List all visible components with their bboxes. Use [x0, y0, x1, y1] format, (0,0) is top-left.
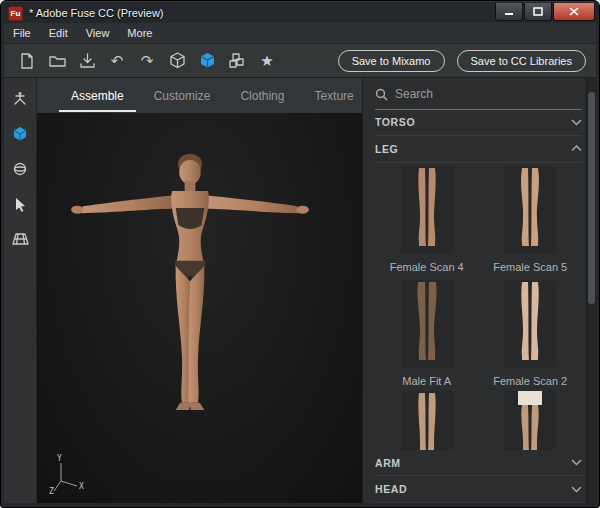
svg-text:Y: Y — [57, 454, 62, 463]
section-torso-label: TORSO — [375, 116, 415, 128]
chevron-down-icon — [571, 459, 582, 466]
chevron-down-icon — [571, 486, 582, 493]
main-column: Assemble Customize Clothing Texture — [37, 78, 362, 503]
tab-customize[interactable]: Customize — [142, 80, 223, 112]
save-icon[interactable] — [74, 49, 100, 73]
perspective-tool-icon[interactable] — [11, 230, 29, 248]
search-input[interactable] — [395, 87, 582, 101]
undo-icon[interactable]: ↶ — [104, 49, 130, 73]
content-area: Assemble Customize Clothing Texture — [4, 78, 596, 503]
leg-thumbnail — [504, 166, 556, 254]
search-bar — [375, 80, 582, 110]
select-tool-icon[interactable] — [11, 195, 29, 213]
rig-tool-icon[interactable] — [11, 90, 29, 108]
leg-item-male-fit-a[interactable]: Male Fit A — [375, 277, 479, 391]
leg-item-female-scan-4[interactable]: Female Scan 4 — [375, 163, 479, 277]
redo-icon[interactable]: ↷ — [134, 49, 160, 73]
app-logo-icon: Fu — [8, 6, 23, 21]
menu-more[interactable]: More — [118, 24, 161, 42]
svg-text:X: X — [79, 482, 84, 491]
leg-thumbnail — [401, 391, 453, 450]
section-leg-label: LEG — [375, 143, 398, 155]
leg-item-label: Female Scan 5 — [493, 261, 567, 273]
section-leg[interactable]: LEG — [375, 136, 582, 163]
left-tool-rail — [4, 78, 37, 503]
leg-thumbnail — [401, 280, 453, 368]
section-arm[interactable]: ARM — [375, 450, 582, 477]
save-to-mixamo-button[interactable]: Save to Mixamo — [338, 50, 445, 72]
section-head-label: HEAD — [375, 483, 407, 495]
svg-text:Z: Z — [49, 487, 54, 495]
orbit-tool-icon[interactable] — [11, 160, 29, 178]
maximize-button[interactable] — [524, 3, 552, 21]
search-icon — [375, 88, 388, 101]
window-title: * Adobe Fuse CC (Preview) — [29, 7, 488, 19]
menubar: File Edit View More — [4, 23, 596, 44]
scrollbar-thumb[interactable] — [588, 92, 595, 304]
asset-panel: TORSO LEG Female Scan 4 — [362, 78, 596, 503]
toolbar: ↶ ↷ ★ Save to Mixamo Save to CC Librarie… — [4, 44, 596, 78]
leg-thumbnail-grid: Female Scan 4 Female Scan 5 — [375, 163, 582, 450]
open-folder-icon[interactable] — [44, 49, 70, 73]
leg-thumbnail — [504, 391, 556, 450]
leg-thumbnail — [401, 166, 453, 254]
menu-view[interactable]: View — [77, 24, 119, 42]
maximize-icon — [533, 7, 543, 16]
minimize-icon — [504, 7, 514, 16]
menu-file[interactable]: File — [4, 24, 40, 42]
new-document-icon[interactable] — [14, 49, 40, 73]
assemble-tool-icon[interactable] — [11, 125, 29, 143]
close-button[interactable] — [553, 3, 595, 21]
save-to-cc-libraries-button[interactable]: Save to CC Libraries — [457, 50, 587, 72]
leg-item-label: Male Fit A — [402, 375, 451, 387]
section-arm-label: ARM — [375, 457, 401, 469]
cube-outline-icon[interactable] — [164, 49, 190, 73]
minimize-button[interactable] — [495, 3, 523, 21]
leg-item-female-scan-2[interactable]: Female Scan 2 — [479, 277, 583, 391]
titlebar[interactable]: Fu * Adobe Fuse CC (Preview) — [4, 1, 596, 23]
chevron-up-icon — [571, 145, 582, 152]
character-model — [47, 140, 333, 460]
panel-scrollbar[interactable] — [586, 78, 596, 503]
favorite-star-icon[interactable]: ★ — [254, 49, 280, 73]
tab-assemble[interactable]: Assemble — [59, 80, 136, 112]
leg-item-female-scan-5[interactable]: Female Scan 5 — [479, 163, 583, 277]
chevron-down-icon — [571, 119, 582, 126]
leg-item-partial-left[interactable] — [375, 391, 479, 450]
close-icon — [569, 7, 579, 16]
section-head[interactable]: HEAD — [375, 476, 582, 503]
section-torso[interactable]: TORSO — [375, 110, 582, 137]
leg-item-label: Female Scan 2 — [493, 375, 567, 387]
menu-edit[interactable]: Edit — [40, 24, 77, 42]
tab-texture[interactable]: Texture — [302, 80, 365, 112]
tab-clothing[interactable]: Clothing — [228, 80, 296, 112]
leg-item-partial-right[interactable] — [479, 391, 583, 450]
cube-solid-icon[interactable] — [194, 49, 220, 73]
viewport-3d[interactable]: Y X Z — [37, 113, 362, 503]
window-controls — [494, 3, 595, 21]
group-cubes-icon[interactable] — [224, 49, 250, 73]
axis-gizmo-icon: Y X Z — [47, 453, 87, 495]
tab-strip: Assemble Customize Clothing Texture — [37, 78, 362, 113]
app-window: Fu * Adobe Fuse CC (Preview) File Edit V… — [0, 0, 600, 508]
leg-thumbnail — [504, 280, 556, 368]
leg-item-label: Female Scan 4 — [390, 261, 464, 273]
